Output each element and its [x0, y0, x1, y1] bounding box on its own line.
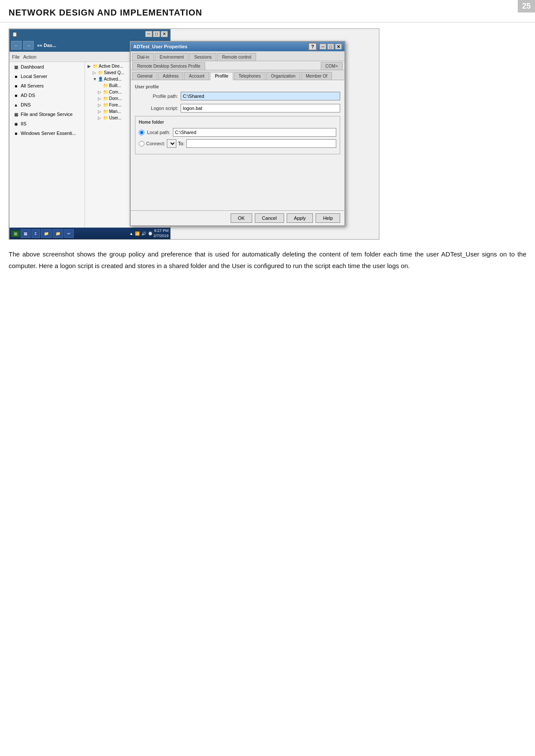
taskbar-btn-3[interactable]: 📁	[41, 229, 52, 238]
connect-drive-select[interactable]	[167, 139, 176, 148]
dialog-close-btn[interactable]: ✕	[335, 44, 342, 50]
apply-button[interactable]: Apply	[287, 213, 313, 223]
page-number: 25	[518, 0, 535, 12]
dashboard-icon: ▦	[13, 64, 19, 70]
sidebar-item-dashboard[interactable]: ▦ Dashboard	[9, 62, 84, 72]
expand-icon: ▶	[88, 64, 92, 69]
home-folder-title: Home folder	[139, 120, 336, 125]
folder-icon: 📁	[98, 70, 103, 75]
taskbar-time: 9:27 PM 2/7/2019	[153, 228, 169, 238]
tab-address[interactable]: Address	[158, 72, 184, 80]
expand-icon: ▷	[98, 90, 102, 94]
action-menu[interactable]: Action	[23, 54, 37, 59]
connect-radio[interactable]	[139, 141, 144, 147]
sidebar-item-dns[interactable]: ▲ DNS	[9, 100, 84, 109]
nav-back-btn[interactable]: ←	[11, 41, 22, 50]
tree-item-label: Fore...	[109, 103, 122, 107]
logon-script-input[interactable]	[181, 104, 340, 112]
dialog-restore-btn[interactable]: □	[327, 44, 334, 50]
sidebar-item-local-server[interactable]: ■ Local Server	[9, 72, 84, 81]
rds-profile-row: Remote Desktop Services Profile COM+	[131, 61, 344, 70]
taskbar-btn-2[interactable]: Σ	[31, 229, 40, 238]
dialog-tabs-row3: General Address Account Profile Telephon…	[131, 70, 344, 80]
tab-rds-profile[interactable]: Remote Desktop Services Profile	[132, 62, 205, 70]
dialog-help-button[interactable]: ?	[308, 43, 317, 50]
connect-to-label: To:	[178, 141, 185, 146]
profile-path-row: Profile path:	[135, 92, 340, 100]
screenshot-area: 📋 ─ □ ✕ ← → «« Das... File Action ← → ✕ …	[9, 28, 379, 240]
sidebar-local-server-label: Local Server	[21, 74, 47, 79]
taskbar-btn-5[interactable]: ↩	[64, 229, 74, 238]
home-folder-section: Home folder Local path: Connect: To:	[135, 116, 340, 154]
sidebar-item-file-storage[interactable]: ▦ File and Storage Service	[9, 109, 84, 119]
tree-item-label: User...	[109, 116, 122, 120]
start-button[interactable]: ⊞	[11, 231, 20, 237]
dialog-tabs-row1: Dial-in Environment Sessions Remote cont…	[131, 51, 344, 61]
profile-path-label: Profile path:	[135, 94, 178, 99]
tab-com-plus[interactable]: COM+	[321, 62, 343, 70]
taskbar-btn-1[interactable]: ▦	[21, 229, 31, 238]
description-para-1: The above screenshot shows the group pol…	[9, 248, 526, 272]
tree-item-label: Man...	[109, 109, 121, 114]
sidebar-item-iis[interactable]: ◉ IIS	[9, 119, 84, 128]
expand-icon: ▷	[98, 109, 102, 114]
tree-item-label: Built...	[109, 83, 121, 88]
local-path-input[interactable]	[173, 128, 336, 137]
local-path-row: Local path:	[139, 128, 336, 137]
file-storage-icon: ▦	[13, 111, 19, 117]
minimize-btn[interactable]: ─	[145, 31, 152, 37]
tree-item-label: Saved Q...	[104, 70, 124, 75]
help-button[interactable]: Help	[316, 213, 340, 223]
sidebar-item-ad-ds[interactable]: ■ AD DS	[9, 91, 84, 100]
folder-icon: 📁	[103, 83, 108, 88]
sidebar-item-all-servers[interactable]: ■ All Servers	[9, 81, 84, 91]
tab-sessions[interactable]: Sessions	[189, 53, 216, 61]
dialog-body: User profile Profile path: Logon script:…	[131, 80, 344, 210]
sidebar-file-storage-label: File and Storage Service	[21, 112, 72, 117]
sidebar-item-windows-essentials[interactable]: ■ Windows Server Essenti...	[9, 128, 84, 138]
windows-essentials-icon: ■	[13, 130, 19, 136]
local-path-radio[interactable]	[139, 130, 144, 135]
tab-profile[interactable]: Profile	[210, 72, 233, 80]
server-manager-titlebar: 📋 ─ □ ✕	[9, 29, 170, 39]
dialog-titlebar: ADTest_User Properties ? ─ □ ✕	[131, 42, 344, 51]
profile-path-input[interactable]	[181, 92, 340, 100]
dialog-title: ADTest_User Properties	[133, 44, 188, 49]
tab-environment[interactable]: Environment	[155, 53, 188, 61]
sidebar-iis-label: IIS	[21, 121, 26, 126]
expand-icon: ▷	[98, 116, 102, 120]
all-servers-icon: ■	[13, 83, 19, 89]
dialog-minimize-btn[interactable]: ─	[319, 44, 326, 50]
adtest-user-properties-dialog: ADTest_User Properties ? ─ □ ✕ Dial-in E…	[130, 41, 345, 226]
tray-icon-4: ⌚	[148, 231, 153, 236]
taskbar-btn-4[interactable]: 📁	[53, 229, 63, 238]
tab-dial-in[interactable]: Dial-in	[132, 53, 154, 61]
tab-telephones[interactable]: Telephones	[234, 72, 266, 80]
page-title: NETWORK DESIGN AND IMPLEMENTATION	[0, 0, 535, 22]
ad-ds-icon: ■	[13, 92, 19, 98]
expand-icon: ▷	[98, 103, 102, 107]
system-tray: ▲ 📶 🔊 ⌚	[129, 231, 153, 236]
tray-icon-3: 🔊	[141, 231, 146, 236]
tree-item-label: Com...	[109, 90, 122, 94]
sidebar-dns-label: DNS	[21, 102, 31, 107]
sidebar-dashboard-label: Dashboard	[21, 64, 44, 69]
cancel-button[interactable]: Cancel	[255, 213, 284, 223]
tab-organization[interactable]: Organization	[266, 72, 300, 80]
tree-item-label: Dom...	[109, 96, 122, 101]
restore-btn[interactable]: □	[153, 31, 160, 37]
tab-account[interactable]: Account	[184, 72, 209, 80]
file-menu[interactable]: File	[12, 54, 20, 59]
tab-member-of[interactable]: Member Of	[301, 72, 332, 80]
ok-button[interactable]: OK	[231, 213, 252, 223]
tray-icon-2: 📶	[135, 231, 140, 236]
dialog-footer: OK Cancel Apply Help	[131, 210, 344, 225]
expand-icon: ▼	[93, 77, 97, 81]
tab-remote-control[interactable]: Remote control	[217, 53, 256, 61]
tab-general[interactable]: General	[132, 72, 157, 80]
close-btn[interactable]: ✕	[161, 31, 168, 37]
tree-item-label: Actived...	[104, 77, 122, 81]
expand-icon: ▷	[98, 96, 102, 101]
connect-to-input[interactable]	[186, 139, 336, 148]
nav-forward-btn[interactable]: →	[23, 41, 34, 50]
